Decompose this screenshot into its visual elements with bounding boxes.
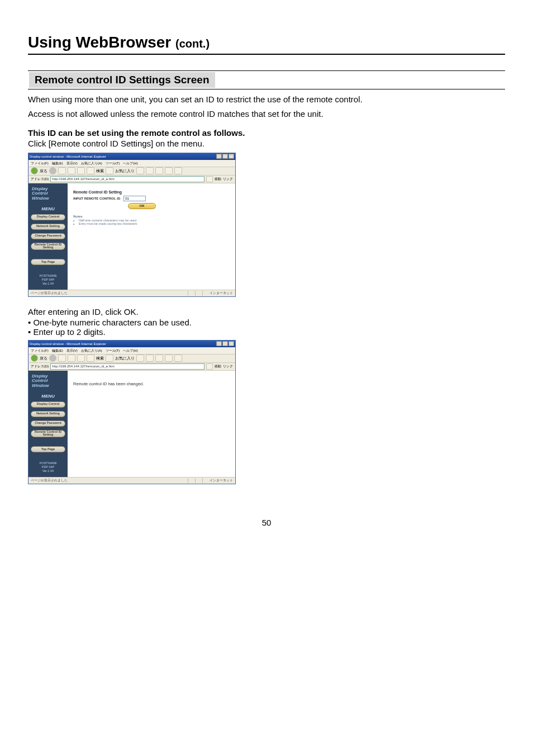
status-right: インターネット <box>188 291 233 296</box>
menu-file[interactable]: ファイル(F) <box>31 162 49 165</box>
print-icon[interactable] <box>155 167 163 174</box>
window-buttons: _ □ × <box>216 341 234 346</box>
sidebar: Display Control Window MENU Display Cont… <box>28 371 68 477</box>
maximize-icon[interactable]: □ <box>222 154 228 159</box>
menu-fav[interactable]: お気に入り(A) <box>81 349 102 352</box>
mail-icon[interactable] <box>146 167 154 174</box>
notes-list: Half-size numeric characters may be used… <box>79 219 230 226</box>
status-seg <box>195 291 201 296</box>
refresh-icon[interactable] <box>68 167 75 174</box>
sidebar-item-display-control[interactable]: Display Control <box>31 214 65 220</box>
menu-help[interactable]: ヘルプ(H) <box>123 162 137 165</box>
minimize-icon[interactable]: _ <box>216 154 222 159</box>
address-label: アドレス(D) <box>31 177 49 181</box>
input-label: INPUT REMOTE CONTROL ID <box>73 197 120 200</box>
menu-tools[interactable]: ツール(T) <box>106 162 120 165</box>
back-label: 戻る <box>40 169 47 173</box>
back-label: 戻る <box>40 356 47 360</box>
notes-heading: Notes <box>73 215 230 218</box>
main-panel-1: Remote Control ID Setting INPUT REMOTE C… <box>68 183 235 290</box>
home-icon[interactable] <box>77 355 85 362</box>
main-panel-2: Remote control ID has been changed. <box>68 371 235 477</box>
intro-line-2: Access is not allowed unless the remote … <box>28 108 505 120</box>
home-icon[interactable] <box>77 167 85 174</box>
edit-icon[interactable] <box>165 355 173 362</box>
menu-tools[interactable]: ツール(T) <box>106 349 120 352</box>
close-icon[interactable]: × <box>229 154 234 159</box>
history-icon[interactable] <box>136 167 144 174</box>
remote-id-input[interactable] <box>123 196 146 201</box>
status-seg <box>202 478 208 483</box>
sidebar-item-remote-id-setting[interactable]: Remote Control ID Setting <box>31 430 65 438</box>
sidebar-item-top-page[interactable]: Top Page <box>31 446 65 452</box>
menu-view[interactable]: 表示(V) <box>66 349 78 352</box>
title-main: Using WebBrowser <box>28 34 171 51</box>
menu-edit[interactable]: 編集(E) <box>52 162 63 165</box>
address-url-text: http://169.254.144.127/remocon_id_e.htm <box>52 365 114 368</box>
status-seg <box>188 291 193 296</box>
menu-edit[interactable]: 編集(E) <box>52 349 63 352</box>
links-label: リンク <box>223 177 233 181</box>
sub-heading: This ID can be set using the remote cont… <box>28 128 505 138</box>
menu-help[interactable]: ヘルプ(H) <box>123 349 137 352</box>
intro-line-1: When using more than one unit, you can s… <box>28 94 505 105</box>
favorites-icon[interactable] <box>106 167 113 174</box>
back-icon[interactable] <box>31 355 38 362</box>
bullet-1: • One-byte numeric characters can be use… <box>28 318 505 327</box>
sidebar-item-display-control[interactable]: Display Control <box>31 401 65 408</box>
print-icon[interactable] <box>155 355 163 362</box>
address-input[interactable]: http://169.254.144.127/remocon_id_e.htm <box>50 363 204 370</box>
go-button[interactable] <box>206 176 213 182</box>
status-left: ページが表示されました <box>31 479 68 482</box>
logo-l2: Control <box>32 191 47 196</box>
menu-file[interactable]: ファイル(F) <box>31 349 49 352</box>
sidebar-item-network-setting[interactable]: Network Setting <box>31 411 65 417</box>
sidebar-item-change-password[interactable]: Change Password <box>31 420 65 427</box>
search-icon[interactable] <box>87 167 94 174</box>
menu-view[interactable]: 表示(V) <box>66 162 78 165</box>
logo-l1: Display <box>32 374 47 379</box>
favorites-icon[interactable] <box>106 355 113 362</box>
discuss-icon[interactable] <box>174 167 182 174</box>
forward-icon[interactable] <box>49 167 56 174</box>
section-heading-wrap: Remote control ID Settings Screen <box>28 70 505 89</box>
screenshot-1: Display control window - Microsoft Inter… <box>28 153 236 297</box>
fav-label: お気に入り <box>115 356 135 360</box>
edit-icon[interactable] <box>165 167 173 174</box>
ie-toolbar: 戻る 検索 お気に入り <box>28 167 235 176</box>
forward-icon[interactable] <box>49 355 56 362</box>
history-icon[interactable] <box>136 355 144 362</box>
ie-titlebar: Display control window - Microsoft Inter… <box>28 153 235 160</box>
back-icon[interactable] <box>31 167 38 174</box>
sidebar-logo: Display Control Window <box>31 374 65 389</box>
bullet-2: • Enter up to 2 digits. <box>28 327 505 337</box>
stop-icon[interactable] <box>58 355 66 362</box>
menu-fav[interactable]: お気に入り(A) <box>81 162 102 165</box>
go-button[interactable] <box>206 363 213 370</box>
sidebar-item-remote-id-setting[interactable]: Remote Control ID Setting <box>31 243 65 251</box>
after-entering-text: After entering an ID, click OK. <box>28 307 505 316</box>
ver-label: Ver.1.04 <box>42 469 54 472</box>
logo-l3: Window <box>32 196 49 201</box>
mail-icon[interactable] <box>146 355 154 362</box>
status-seg <box>195 478 201 483</box>
sidebar-item-change-password[interactable]: Change Password <box>31 233 65 239</box>
minimize-icon[interactable]: _ <box>216 341 222 346</box>
discuss-icon[interactable] <box>174 355 182 362</box>
ok-button[interactable]: OK <box>128 203 156 209</box>
search-icon[interactable] <box>87 355 94 362</box>
close-icon[interactable]: × <box>229 341 234 346</box>
maximize-icon[interactable]: □ <box>222 341 228 346</box>
status-right: インターネット <box>188 478 233 483</box>
screenshot-2: Display control window - Microsoft Inter… <box>28 340 236 484</box>
sidebar-item-top-page[interactable]: Top Page <box>31 259 65 265</box>
hostname-label: HOSTNAME <box>39 274 56 277</box>
ie-content: Display Control Window MENU Display Cont… <box>28 371 235 477</box>
sidebar-item-network-setting[interactable]: Network Setting <box>31 224 65 230</box>
address-input[interactable]: http://169.254.144.127/remocon_id_e.htm <box>50 176 204 182</box>
ie-menubar: ファイル(F) 編集(E) 表示(V) お気に入り(A) ツール(T) ヘルプ(… <box>28 347 235 354</box>
refresh-icon[interactable] <box>68 355 75 362</box>
status-internet: インターネット <box>210 291 233 295</box>
status-seg <box>202 291 208 296</box>
stop-icon[interactable] <box>58 167 66 174</box>
